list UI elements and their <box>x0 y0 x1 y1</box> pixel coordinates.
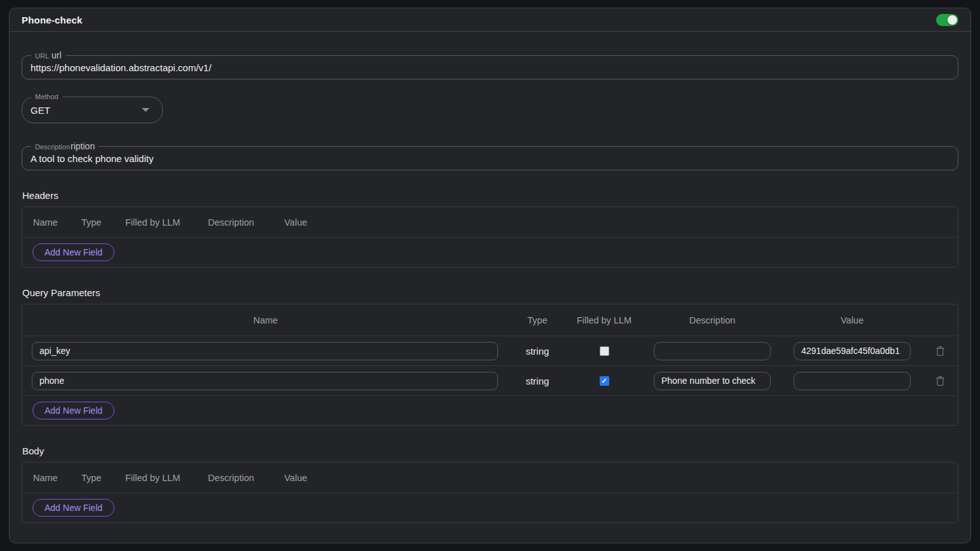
col-description: Description <box>642 315 782 325</box>
tool-title: Phone-check <box>22 15 83 25</box>
toggle-knob <box>948 15 957 25</box>
query-param-row: string <box>22 336 958 365</box>
col-type: Type <box>81 473 125 483</box>
headers-section-title: Headers <box>22 190 958 201</box>
query-params-section-title: Query Parameters <box>22 287 958 298</box>
headers-add-field-button[interactable]: Add New Field <box>32 243 114 261</box>
param-description-input[interactable] <box>654 372 771 390</box>
headers-table-footer: Add New Field <box>22 237 958 267</box>
panel-body: URL url Method GET Description ription H… <box>10 55 970 523</box>
col-value: Value <box>284 473 307 483</box>
chevron-down-icon <box>142 108 149 112</box>
method-value: GET <box>31 105 50 116</box>
url-input[interactable] <box>31 62 949 73</box>
query-params-add-field-button[interactable]: Add New Field <box>32 402 114 419</box>
enabled-toggle[interactable] <box>936 14 958 26</box>
col-description: Description <box>208 217 284 228</box>
param-type: string <box>509 376 566 386</box>
col-name: Name <box>33 217 81 228</box>
query-params-table-footer: Add New Field <box>22 395 958 425</box>
method-select[interactable]: Method GET <box>22 97 163 123</box>
url-field: URL url <box>22 55 958 79</box>
description-input[interactable] <box>31 153 949 164</box>
body-section-title: Body <box>22 446 958 456</box>
method-field-label: Method <box>31 92 62 102</box>
col-value: Value <box>782 315 922 325</box>
body-add-field-button[interactable]: Add New Field <box>32 499 114 517</box>
query-params-table-head: Name Type Filled by LLM Description Valu… <box>22 304 958 336</box>
delete-row-trash-icon[interactable] <box>935 346 945 357</box>
col-value: Value <box>284 217 307 228</box>
param-name-input[interactable] <box>32 372 498 390</box>
description-label-large: ription <box>71 141 95 152</box>
param-value-input[interactable] <box>794 342 911 360</box>
col-type: Type <box>509 315 566 325</box>
col-filled-by-llm: Filled by LLM <box>125 473 208 483</box>
param-name-input[interactable] <box>32 342 498 360</box>
col-name: Name <box>33 473 81 483</box>
query-param-row: string ✓ <box>22 365 958 395</box>
url-label-large: url <box>52 50 62 61</box>
headers-table-head: Name Type Filled by LLM Description Valu… <box>22 207 958 237</box>
col-filled-by-llm: Filled by LLM <box>566 315 642 325</box>
description-field-label: Description ription <box>31 141 99 153</box>
col-filled-by-llm: Filled by LLM <box>125 217 208 228</box>
param-value-input[interactable] <box>794 372 911 390</box>
filled-by-llm-checkbox[interactable]: ✓ <box>600 376 609 386</box>
body-table-footer: Add New Field <box>22 493 958 522</box>
url-field-label: URL url <box>31 50 66 62</box>
description-label-small: Description <box>35 142 70 153</box>
param-description-input[interactable] <box>654 342 771 360</box>
method-label-small: Method <box>35 92 59 102</box>
url-label-small: URL <box>35 51 49 62</box>
headers-table: Name Type Filled by LLM Description Valu… <box>22 207 958 268</box>
tool-config-panel: Phone-check URL url Method GET Descripti… <box>9 8 971 543</box>
col-name: Name <box>22 315 509 325</box>
filled-by-llm-checkbox[interactable] <box>600 346 609 356</box>
description-field: Description ription <box>22 146 958 170</box>
body-table: Name Type Filled by LLM Description Valu… <box>22 462 958 523</box>
col-description: Description <box>208 473 284 483</box>
param-type: string <box>509 346 566 357</box>
query-params-table: Name Type Filled by LLM Description Valu… <box>22 304 958 426</box>
body-table-head: Name Type Filled by LLM Description Valu… <box>22 463 958 493</box>
panel-header: Phone-check <box>10 8 970 32</box>
col-type: Type <box>81 217 125 228</box>
delete-row-trash-icon[interactable] <box>935 376 945 386</box>
